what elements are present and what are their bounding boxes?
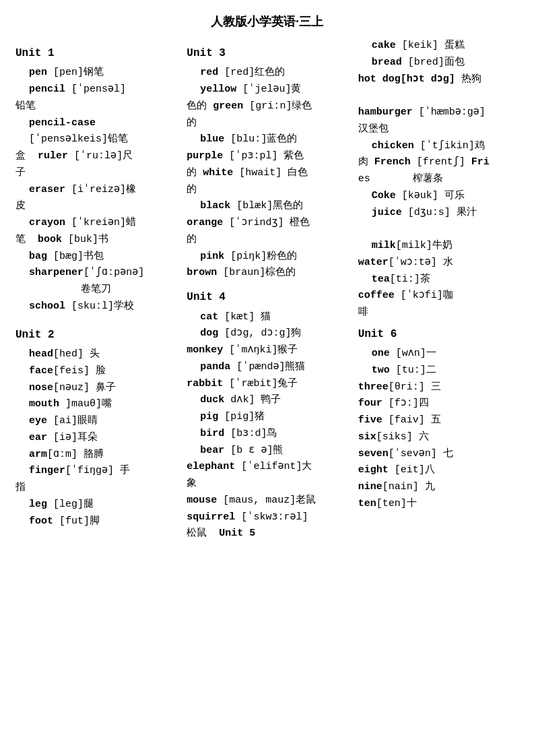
entry: purple [ˈpɜːpl] 紫色: [187, 148, 347, 165]
entry: ear [iə]耳朵: [15, 430, 176, 447]
entry: 的: [187, 182, 347, 199]
entry: hamburger [ˈhæmbəːgə]: [358, 104, 519, 121]
entry: chicken [ˈtʃikin]鸡: [358, 138, 519, 155]
entry: cat [kæt] 猫: [187, 309, 347, 326]
entry: foot [fut]脚: [15, 513, 176, 530]
entry: arm[ɑːm] 胳膊: [15, 447, 176, 464]
entry: monkey [ˈmʌŋki]猴子: [187, 342, 347, 359]
entry: leg [leg]腿: [15, 497, 176, 513]
entry: bread [bred]面包: [358, 55, 519, 71]
entry: 的 white [hwait] 白色: [187, 165, 347, 182]
entry: rabbit [ˈræbit]兔子: [187, 376, 347, 393]
entry: 笔 book [buk]书: [15, 232, 176, 249]
entry: blue [bluː]蓝色的: [187, 131, 347, 148]
entry: school [skuːl]学校: [15, 298, 176, 315]
entry: sharpener[ˈʃɑːpənə]: [15, 265, 176, 282]
entry: cake [keik] 蛋糕: [358, 38, 519, 55]
entry: [ˈpensəlkeis]铅笔: [15, 131, 176, 148]
entry: pink [piŋk]粉色的: [187, 249, 347, 265]
entry: panda [ˈpændə]熊猫: [187, 359, 347, 376]
unit4-title: Unit 4: [187, 288, 347, 306]
entry: bird [bɜːd]鸟: [187, 426, 347, 443]
entry: 肉 French [frentʃ] Fri: [358, 154, 519, 171]
entry: black [blæk]黑色的: [187, 198, 347, 215]
entry: pig [pig]猪: [187, 409, 347, 426]
entry: tea[tiː]茶: [358, 272, 519, 288]
entry: 的: [187, 115, 347, 132]
entry: four [fɔː]四: [358, 396, 519, 412]
entry: [358, 88, 519, 104]
entry: finger[ˈfiŋgə] 手: [15, 463, 176, 480]
entry: nine[nain] 九: [358, 479, 519, 496]
entry: brown [braun]棕色的: [187, 265, 347, 282]
entry: eraser [iˈreizə]橡: [15, 182, 176, 199]
entry: juice [dʒuːs] 果汁: [358, 205, 519, 222]
entry: yellow [ˈjeləu]黄: [187, 82, 347, 98]
entry: dog [dɔg, dɔːg]狗: [187, 325, 347, 342]
entry: one [wʌn]一: [358, 346, 519, 363]
entry: orange [ˈɔrindʒ] 橙色: [187, 215, 347, 232]
unit1-title: Unit 1: [15, 44, 176, 62]
page-title: 人教版小学英语·三上: [10, 13, 524, 30]
entry: hot dog[hɔt dɔg] 热狗: [358, 71, 519, 88]
entry: 啡: [358, 305, 519, 321]
entry: mouse [maus, mauz]老鼠: [187, 493, 347, 509]
entry: 卷笔刀: [15, 282, 176, 298]
entry: Coke [kəuk] 可乐: [358, 188, 519, 205]
entry: 的: [187, 232, 347, 249]
entry: head[hed] 头: [15, 346, 176, 363]
entry: pencil-case: [15, 115, 176, 132]
entry: duck dʌk] 鸭子: [187, 392, 347, 409]
entry: 色的 green [griːn]绿色: [187, 98, 347, 115]
unit2-title: Unit 2: [15, 326, 176, 344]
entry: 盒 ruler [ˈruːlə]尺: [15, 148, 176, 165]
entry: squirrel [ˈskwɜːrəl]: [187, 509, 347, 526]
entry: crayon [ˈkreiən]蜡: [15, 215, 176, 232]
entry: milk[milk]牛奶: [358, 238, 519, 255]
entry: eight [eit]八: [358, 462, 519, 479]
column-1: Unit 1 pen [pen]钢笔 pencil [ˈpensəl] 铅笔 p…: [10, 38, 181, 530]
entry: coffee [ˈkɔfi]咖: [358, 288, 519, 305]
entry: pen [pen]钢笔: [15, 65, 176, 82]
entry: red [red]红色的: [187, 65, 347, 82]
entry: 指: [15, 480, 176, 497]
entry: two [tuː]二: [358, 363, 519, 379]
entry: 象: [187, 476, 347, 493]
entry: elephant [ˈelifənt]大: [187, 459, 347, 476]
entry: pencil [ˈpensəl]: [15, 82, 176, 98]
unit6-title: Unit 6: [358, 325, 519, 343]
entry: [358, 221, 519, 238]
entry: 皮: [15, 198, 176, 215]
entry: es 榨薯条: [358, 171, 519, 188]
entry: seven[ˈsevən] 七: [358, 446, 519, 463]
entry: 铅笔: [15, 98, 176, 115]
entry: nose[nəuz] 鼻子: [15, 380, 176, 397]
unit3-title: Unit 3: [187, 44, 347, 62]
entry: water[ˈwɔːtə] 水: [358, 255, 519, 272]
entry: three[θriː] 三: [358, 379, 519, 396]
entry: 松鼠 Unit 5: [187, 526, 347, 542]
entry: ten[ten]十: [358, 496, 519, 513]
entry: 汉堡包: [358, 121, 519, 138]
entry: mouth ]mauθ]嘴: [15, 396, 176, 413]
column-2: Unit 3 red [red]红色的 yellow [ˈjeləu]黄 色的 …: [181, 38, 352, 542]
entry: bear [b ɛ ə]熊: [187, 443, 347, 460]
column-3: cake [keik] 蛋糕 bread [bred]面包 hot dog[hɔ…: [353, 38, 524, 513]
entry: six[siks] 六: [358, 429, 519, 446]
entry: 子: [15, 165, 176, 182]
entry: five [faiv] 五: [358, 412, 519, 429]
entry: face[feis] 脸: [15, 363, 176, 380]
entry: bag [bæg]书包: [15, 249, 176, 265]
entry: eye [ai]眼睛: [15, 413, 176, 430]
